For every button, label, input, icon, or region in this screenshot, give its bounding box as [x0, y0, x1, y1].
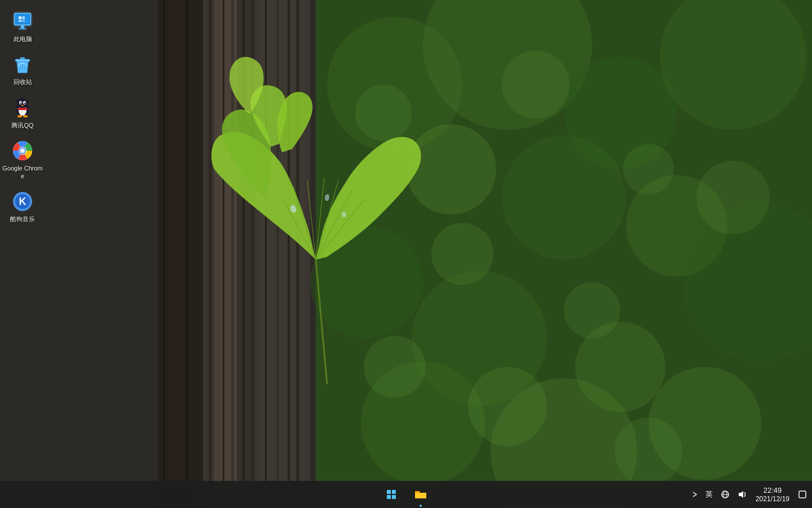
desktop-icon-computer[interactable]: 此电脑	[0, 6, 45, 47]
tray-language[interactable]: 英	[702, 487, 716, 502]
svg-point-35	[502, 51, 570, 119]
clock-time: 22:49	[764, 486, 782, 495]
svg-rect-17	[175, 0, 178, 508]
taskbar-center	[378, 481, 434, 508]
recycle-icon	[11, 53, 34, 76]
svg-point-38	[564, 282, 620, 339]
desktop-icon-chrome[interactable]: Google Chrome	[0, 135, 45, 185]
svg-point-39	[696, 161, 770, 234]
svg-point-80	[17, 115, 22, 117]
svg-point-42	[615, 418, 682, 485]
tray-show-hidden[interactable]	[689, 489, 701, 500]
wallpaper	[0, 0, 812, 508]
svg-rect-59	[19, 16, 21, 19]
svg-rect-89	[387, 490, 391, 494]
tray-network[interactable]	[717, 488, 733, 501]
svg-point-41	[468, 367, 547, 446]
chrome-icon	[11, 139, 34, 162]
svg-rect-57	[21, 25, 24, 28]
tray-notification[interactable]	[795, 488, 810, 501]
svg-rect-79	[17, 108, 28, 110]
svg-point-24	[406, 124, 496, 214]
desktop: 此电脑 回收站	[0, 0, 812, 508]
start-button[interactable]	[378, 481, 405, 508]
svg-rect-91	[387, 495, 391, 499]
taskbar: 英 22:49 2021/12/19	[0, 481, 812, 508]
computer-icon	[11, 10, 34, 33]
svg-rect-14	[296, 0, 299, 508]
svg-text:K: K	[19, 196, 27, 207]
svg-rect-61	[19, 20, 21, 22]
svg-point-76	[25, 102, 25, 103]
svg-rect-12	[276, 0, 279, 508]
svg-point-37	[431, 223, 493, 285]
recycle-icon-label: 回收站	[14, 78, 32, 86]
svg-point-70	[17, 98, 28, 108]
svg-point-74	[24, 102, 26, 104]
computer-icon-label: 此电脑	[14, 35, 32, 43]
svg-point-75	[21, 102, 21, 103]
clock-date: 2021/12/19	[756, 495, 789, 503]
tray-volume[interactable]	[734, 488, 750, 501]
desktop-icon-qq[interactable]: 腾讯QQ	[0, 92, 45, 134]
desktop-icon-recycle[interactable]: 回收站	[0, 49, 45, 90]
svg-rect-11	[265, 0, 267, 508]
svg-rect-60	[22, 16, 25, 19]
language-label: 英	[705, 489, 713, 500]
svg-rect-13	[288, 0, 290, 508]
svg-rect-64	[15, 59, 30, 62]
svg-point-81	[23, 115, 28, 117]
kuwo-icon-label: 酷狗音乐	[10, 215, 35, 223]
qq-icon-label: 腾讯QQ	[11, 121, 33, 129]
svg-point-34	[355, 85, 412, 141]
svg-rect-58	[19, 28, 27, 29]
qq-icon	[11, 97, 34, 119]
svg-point-85	[20, 148, 25, 153]
svg-rect-18	[186, 0, 188, 508]
desktop-icon-kuwo[interactable]: K 酷狗音乐	[0, 186, 45, 227]
chrome-icon-label: Google Chrome	[2, 164, 43, 181]
svg-point-25	[502, 135, 626, 260]
svg-rect-16	[164, 0, 165, 508]
svg-point-36	[623, 144, 674, 195]
svg-rect-92	[392, 495, 396, 499]
svg-point-40	[364, 336, 426, 398]
svg-rect-96	[799, 491, 806, 498]
svg-rect-7	[223, 0, 224, 508]
kuwo-icon: K	[11, 190, 34, 213]
system-tray: 英 22:49 2021/12/19	[686, 481, 812, 508]
desktop-icons: 此电脑 回收站	[0, 0, 45, 229]
svg-rect-62	[22, 20, 25, 22]
clock[interactable]: 22:49 2021/12/19	[751, 481, 794, 508]
taskbar-file-explorer[interactable]	[407, 481, 434, 508]
svg-rect-6	[209, 0, 212, 508]
svg-point-73	[20, 102, 22, 104]
svg-rect-90	[392, 490, 396, 494]
